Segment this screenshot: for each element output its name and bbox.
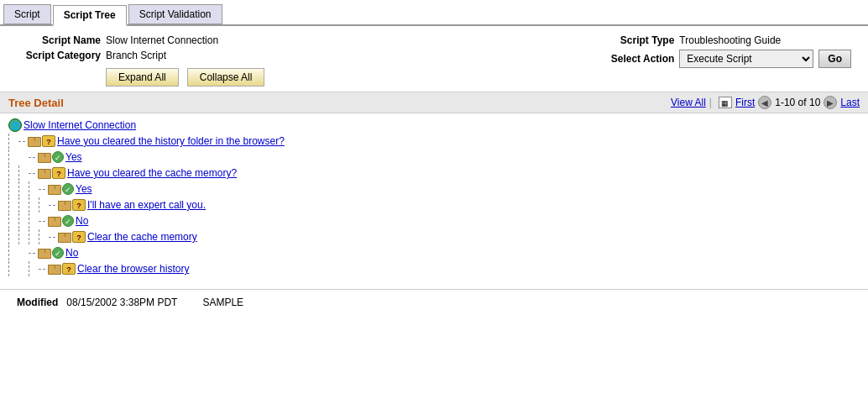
node-1-link[interactable]: Have you cleared the history folder in t… [57, 135, 285, 147]
tree-detail-header: Tree Detail View All | ▦ First ◀ 1-10 of… [0, 92, 868, 113]
form-area: Script Name Slow Internet Connection Scr… [0, 26, 868, 92]
modified-value: 08/15/2002 3:38PM PDT [66, 297, 177, 308]
script-type-value: Troubleshooting Guide [679, 34, 781, 46]
folder-icon-6 [47, 215, 60, 227]
question-icon-1: ? [42, 135, 55, 147]
question-icon-9: ? [62, 263, 76, 275]
node-3-link[interactable]: Have you cleared the cache memory? [67, 167, 237, 179]
tree-node-3: ? Have you cleared the cache memory? [8, 165, 860, 181]
last-link[interactable]: Last [840, 97, 860, 108]
footer: Modified 08/15/2002 3:38PM PDT SAMPLE [0, 289, 868, 315]
folder-icon-4 [47, 183, 60, 195]
folder-icon-3 [37, 167, 50, 179]
folder-icon-8 [37, 247, 50, 259]
node-9-link[interactable]: Clear the browser history [77, 263, 189, 275]
sep1: | [709, 97, 712, 108]
folder-icon-9 [47, 263, 60, 275]
select-action-label: Select Action [590, 53, 674, 65]
tree-node-9: ? Clear the browser history [8, 261, 860, 276]
script-name-value: Slow Internet Connection [106, 34, 218, 46]
node-8-link[interactable]: No [65, 247, 78, 259]
node-5-link[interactable]: I'll have an expert call you. [87, 199, 206, 211]
node-2-link[interactable]: Yes [65, 151, 82, 163]
expand-all-button[interactable]: Expand All [106, 68, 179, 87]
tab-script[interactable]: Script [3, 4, 51, 24]
globe-icon: 🌐 [8, 118, 22, 132]
tree-detail-title: Tree Detail [8, 97, 64, 109]
script-category-value: Branch Script [106, 50, 166, 61]
select-action-dropdown[interactable]: Execute Script Edit Script Delete Script [679, 50, 813, 68]
collapse-all-button[interactable]: Collapse All [187, 68, 265, 87]
script-name-row: Script Name Slow Internet Connection [17, 34, 268, 46]
tree-node-2: ✓ Yes [8, 150, 860, 165]
tab-script-validation[interactable]: Script Validation [128, 4, 222, 24]
script-type-row: Script Type Troubleshooting Guide [590, 34, 781, 46]
tab-script-tree[interactable]: Script Tree [53, 5, 127, 26]
sample-value: SAMPLE [202, 297, 243, 308]
tree-content: 🌐 Slow Internet Connection ? Have you cl… [0, 113, 868, 282]
pagination: View All | ▦ First ◀ 1-10 of 10 ▶ Last [671, 96, 860, 109]
tree-node-1: ? Have you cleared the history folder in… [8, 134, 860, 149]
tree-node-8: ✓ No [8, 245, 860, 260]
question-icon-5: ? [72, 199, 86, 211]
folder-icon-5 [57, 199, 71, 211]
tree-root-node: 🌐 Slow Internet Connection [8, 118, 860, 132]
script-type-label: Script Type [590, 34, 674, 46]
node-4-link[interactable]: Yes [76, 183, 92, 195]
expand-row: Expand All Collapse All [17, 68, 268, 87]
form-right: Script Type Troubleshooting Guide Select… [590, 34, 851, 68]
tree-node-6: ✓ No [8, 213, 860, 228]
view-icon[interactable]: ▦ [719, 97, 732, 108]
folder-icon-1 [27, 135, 40, 147]
go-button[interactable]: Go [818, 50, 851, 68]
first-link[interactable]: First [735, 97, 755, 108]
modified-label: Modified [17, 297, 58, 308]
tree-node-4: ✓ Yes [8, 181, 860, 197]
node-6-link[interactable]: No [76, 215, 88, 227]
folder-icon-2 [37, 151, 50, 163]
form-left: Script Name Slow Internet Connection Scr… [17, 34, 268, 87]
page-info: 1-10 of 10 [775, 97, 820, 108]
script-category-label: Script Category [17, 50, 101, 61]
prev-page-button[interactable]: ◀ [758, 96, 771, 109]
next-page-button[interactable]: ▶ [824, 96, 837, 109]
question-icon-7: ? [72, 231, 86, 243]
script-category-row: Script Category Branch Script [17, 50, 268, 61]
check-icon-4: ✓ [62, 183, 74, 195]
select-action-row: Select Action Execute Script Edit Script… [590, 50, 851, 68]
tree-node-5: ? I'll have an expert call you. [8, 197, 860, 213]
question-icon-3: ? [52, 167, 65, 179]
root-link[interactable]: Slow Internet Connection [24, 119, 136, 131]
folder-icon-7 [57, 231, 71, 243]
view-all-link[interactable]: View All [671, 97, 706, 108]
tree-node-7: ? Clear the cache memory [8, 229, 860, 244]
tab-bar: Script Script Tree Script Validation [0, 0, 868, 26]
node-7-link[interactable]: Clear the cache memory [87, 231, 197, 243]
check-icon-6: ✓ [62, 215, 74, 227]
check-icon-8: ✓ [52, 247, 64, 259]
check-icon-2: ✓ [52, 151, 64, 163]
script-name-label: Script Name [17, 34, 101, 46]
